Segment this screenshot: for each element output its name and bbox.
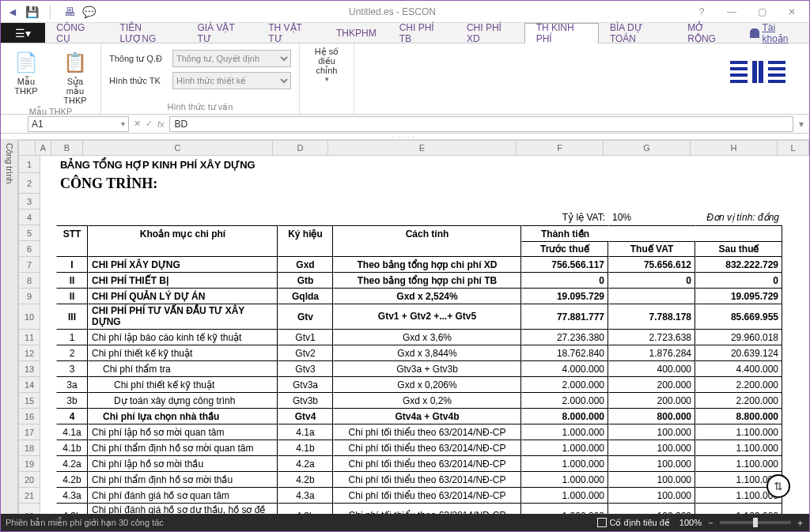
cell-D20[interactable]: 4.2b	[278, 472, 333, 488]
cell-C9[interactable]: CHI PHÍ QUẢN LÝ DỰ ÁN	[88, 289, 278, 304]
cell-L4[interactable]	[782, 209, 809, 225]
cell-D14[interactable]: Gtv3a	[278, 377, 333, 393]
cell-B13[interactable]: 3	[56, 361, 88, 377]
cancel-fx-icon[interactable]: ✕	[134, 119, 141, 129]
cell-H16[interactable]: 8.800.000	[695, 409, 782, 424]
cell-E2[interactable]	[333, 173, 521, 194]
zoom-slider[interactable]	[720, 521, 791, 524]
cell-C8[interactable]: CHI PHÍ THIẾT BỊ	[88, 273, 278, 289]
cell-H19[interactable]: 1.100.000	[695, 456, 782, 472]
cell-L10[interactable]	[782, 304, 809, 330]
cell-G21[interactable]: 100.000	[608, 488, 695, 504]
ribbon-tab-thkphm[interactable]: THKPHM	[325, 23, 388, 43]
cell-E11[interactable]: Gxd x 3,6%	[333, 330, 521, 345]
cell-F4[interactable]: Tỷ lệ VAT:	[521, 209, 608, 225]
cell-C4[interactable]	[88, 209, 278, 225]
col-header-E[interactable]: E	[328, 140, 517, 156]
cell-E15[interactable]: Gxd x 0,2%	[333, 393, 521, 409]
cell-G2[interactable]	[608, 173, 695, 194]
cell-F5[interactable]: Thành tiền	[521, 225, 608, 241]
cell-G4[interactable]: 10%	[608, 209, 695, 225]
select-all-corner[interactable]	[18, 140, 36, 156]
cell-A10[interactable]	[40, 304, 56, 330]
cell-H4[interactable]: Đơn vị tính: đồng	[695, 209, 782, 225]
cell-E17[interactable]: Chi phí tối thiểu theo 63/2014/NĐ-CP	[333, 424, 521, 440]
cell-L15[interactable]	[782, 393, 809, 409]
cell-G9[interactable]	[608, 289, 695, 304]
cell-E8[interactable]: Theo bảng tổng hợp chi phí TB	[333, 273, 521, 289]
cell-C6[interactable]	[88, 241, 278, 257]
expand-formula-icon[interactable]: ▾	[793, 119, 809, 130]
cell-B10[interactable]: III	[56, 304, 88, 330]
close-icon[interactable]: ✕	[778, 3, 806, 21]
cell-G1[interactable]	[608, 156, 695, 173]
cell-H9[interactable]: 19.095.729	[695, 289, 782, 304]
cell-E20[interactable]: Chi phí tối thiểu theo 63/2014/NĐ-CP	[333, 472, 521, 488]
row-header-10[interactable]: 10	[18, 304, 40, 330]
cell-H1[interactable]	[695, 156, 782, 173]
cell-A14[interactable]	[40, 377, 56, 393]
row-header-21[interactable]: 21	[18, 488, 40, 504]
cell-D4[interactable]	[278, 209, 333, 225]
cell-G3[interactable]	[608, 194, 695, 209]
cell-F12[interactable]: 18.762.840	[521, 345, 608, 361]
split-handle[interactable]: ·····	[1, 134, 809, 140]
cell-C11[interactable]: Chi phí lập báo cáo kinh tế kỹ thuật	[88, 330, 278, 345]
col-header-D[interactable]: D	[273, 140, 328, 156]
cell-C15[interactable]: Dự toán xây dựng công trình	[88, 393, 278, 409]
fx-icon[interactable]: fx	[157, 119, 165, 129]
cell-A4[interactable]	[40, 209, 56, 225]
ribbon-tab-chi-phí-xd[interactable]: CHI PHÍ XD	[456, 23, 524, 43]
row-header-22[interactable]: 22	[18, 504, 40, 514]
cell-E1[interactable]	[333, 156, 521, 173]
cell-C10[interactable]: CHI PHÍ PHÍ TƯ VẤN ĐẦU TƯ XÂY DỰNG	[88, 304, 278, 330]
cell-C19[interactable]: Chi phí lập hồ sơ mời thầu	[88, 456, 278, 472]
cell-A18[interactable]	[40, 440, 56, 456]
cell-G16[interactable]: 800.000	[608, 409, 695, 424]
cell-C20[interactable]: Chi phí thẩm định hồ sơ mời thầu	[88, 472, 278, 488]
cell-B18[interactable]: 4.1b	[56, 440, 88, 456]
cell-G7[interactable]: 75.656.612	[608, 257, 695, 273]
cell-G14[interactable]: 200.000	[608, 377, 695, 393]
cell-D15[interactable]: Gtv3b	[278, 393, 333, 409]
cell-F16[interactable]: 8.000.000	[521, 409, 608, 424]
cell-H13[interactable]: 4.400.000	[695, 361, 782, 377]
cell-F3[interactable]	[521, 194, 608, 209]
cell-L16[interactable]	[782, 409, 809, 424]
cell-A16[interactable]	[40, 409, 56, 424]
cell-L11[interactable]	[782, 330, 809, 345]
cell-G15[interactable]: 200.000	[608, 393, 695, 409]
cell-B19[interactable]: 4.2a	[56, 456, 88, 472]
cell-F6[interactable]: Trước thuế	[521, 241, 608, 257]
cell-G20[interactable]: 100.000	[608, 472, 695, 488]
cell-F15[interactable]: 2.000.000	[521, 393, 608, 409]
row-header-20[interactable]: 20	[18, 472, 40, 488]
cell-G13[interactable]: 400.000	[608, 361, 695, 377]
cell-A12[interactable]	[40, 345, 56, 361]
cell-F10[interactable]: 77.881.777	[521, 304, 608, 330]
cell-E16[interactable]: Gtv4a + Gtv4b	[333, 409, 521, 424]
row-header-18[interactable]: 18	[18, 440, 40, 456]
cell-D17[interactable]: 4.1a	[278, 424, 333, 440]
side-tab-cong-trinh[interactable]: Công trình	[1, 140, 18, 514]
cell-F9[interactable]: 19.095.729	[521, 289, 608, 304]
row-header-8[interactable]: 8	[18, 273, 40, 289]
cell-D2[interactable]	[278, 173, 333, 194]
accept-fx-icon[interactable]: ✓	[146, 119, 153, 129]
ribbon-tab-th-vật-tư[interactable]: TH VẬT TƯ	[257, 23, 325, 43]
row-header-13[interactable]: 13	[18, 361, 40, 377]
select-thongtu[interactable]: Thông tư, Quyết định	[172, 50, 291, 67]
cell-D6[interactable]	[278, 241, 333, 257]
row-header-1[interactable]: 1	[18, 156, 40, 173]
ribbon-tab-giá-vật-tư[interactable]: GIÁ VẬT TƯ	[186, 23, 257, 43]
cell-E21[interactable]: Chi phí tối thiểu theo 63/2014/NĐ-CP	[333, 488, 521, 504]
cell-B14[interactable]: 3a	[56, 377, 88, 393]
cell-C22[interactable]: Chi phí đánh giá hồ sơ dự thầu, hồ sơ đề…	[88, 504, 278, 514]
cell-E18[interactable]: Chi phí tối thiểu theo 63/2014/NĐ-CP	[333, 440, 521, 456]
cell-E3[interactable]	[333, 194, 521, 209]
cell-H10[interactable]: 85.669.955	[695, 304, 782, 330]
cell-A13[interactable]	[40, 361, 56, 377]
cell-E13[interactable]: Gtv3a + Gtv3b	[333, 361, 521, 377]
cell-H8[interactable]: 0	[695, 273, 782, 289]
row-header-11[interactable]: 11	[18, 330, 40, 345]
